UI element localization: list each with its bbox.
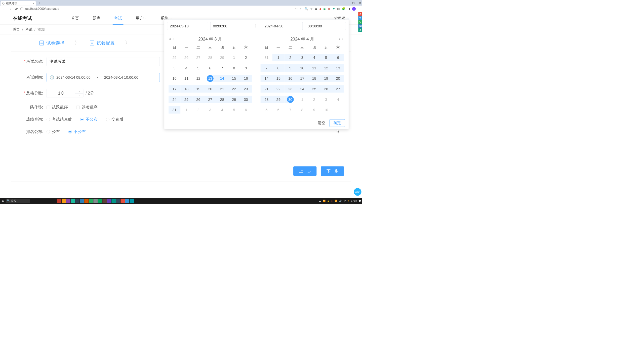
calendar-day[interactable]: 26 bbox=[192, 96, 204, 103]
calendar-day[interactable]: 15 bbox=[228, 75, 240, 82]
calendar-day[interactable]: 12 bbox=[320, 64, 332, 72]
result-after-submit-radio[interactable]: 交卷后 bbox=[106, 117, 123, 122]
calendar-day[interactable]: 2 bbox=[284, 54, 296, 61]
calendar-day[interactable]: 15 bbox=[272, 75, 284, 82]
ext6-icon[interactable]: ▤ bbox=[337, 7, 340, 11]
task-app14-icon[interactable] bbox=[125, 199, 129, 203]
stepper-down-icon[interactable]: ⌄ bbox=[75, 94, 83, 96]
extensions-icon[interactable]: 🧩 bbox=[342, 7, 345, 11]
ext1-icon[interactable]: ▣ bbox=[315, 7, 317, 11]
calendar-day[interactable]: 1 bbox=[296, 96, 308, 103]
ime-sidebar[interactable]: S 中 ✎ ⌨ ⚙ bbox=[358, 12, 362, 32]
tray-bat-icon[interactable]: ☀ bbox=[347, 199, 349, 202]
calendar-day[interactable]: 31 bbox=[261, 54, 272, 61]
taskbar-search[interactable]: 🔍 搜索 bbox=[6, 199, 30, 203]
calendar-day[interactable]: 6 bbox=[332, 54, 344, 61]
start-time-input[interactable]: 00:00:00 bbox=[210, 22, 251, 30]
calendar-day[interactable]: 23 bbox=[240, 85, 252, 93]
calendar-day[interactable]: 22 bbox=[272, 85, 284, 93]
calendar-day[interactable]: 21 bbox=[216, 85, 228, 93]
task-app3-icon[interactable] bbox=[71, 199, 75, 203]
task-app5-icon[interactable] bbox=[80, 199, 84, 203]
calendar-day[interactable]: 23 bbox=[284, 85, 296, 93]
prev-step-button[interactable]: 上一步 bbox=[293, 166, 316, 176]
menu-icon[interactable]: ⋮ bbox=[358, 7, 360, 11]
calendar-day[interactable]: 30 bbox=[284, 96, 296, 103]
nav-item-3[interactable]: 用户⌄ bbox=[131, 12, 152, 25]
side-panel-icon[interactable]: ◨ bbox=[347, 7, 350, 11]
task-app13-icon[interactable] bbox=[120, 199, 125, 203]
task-app12-icon[interactable] bbox=[116, 199, 120, 203]
bookmark-icon[interactable]: ☆ bbox=[310, 7, 313, 11]
task-app9-icon[interactable] bbox=[102, 199, 107, 203]
calendar-day[interactable]: 24 bbox=[296, 85, 308, 93]
stepper-up-icon[interactable]: ⌃ bbox=[75, 90, 83, 93]
calendar-day[interactable]: 5 bbox=[320, 54, 332, 61]
calendar-day[interactable]: 2 bbox=[308, 96, 320, 103]
ext5-icon[interactable]: ▼ bbox=[332, 7, 335, 11]
nav-item-2[interactable]: 考试 bbox=[109, 12, 127, 25]
calendar-day[interactable]: 1 bbox=[272, 54, 284, 61]
tray-up-icon[interactable]: ˄ bbox=[316, 199, 317, 202]
exam-name-input[interactable]: 测试考试 bbox=[47, 57, 160, 66]
tray-wifi-icon[interactable]: 📶 bbox=[335, 199, 337, 202]
ext4-icon[interactable]: ▦ bbox=[328, 7, 331, 11]
calendar-day[interactable]: 17 bbox=[169, 85, 180, 93]
translate-icon[interactable]: 🗚 bbox=[300, 7, 302, 11]
calendar-day[interactable]: 5 bbox=[192, 64, 204, 72]
calendar-day[interactable]: 10 bbox=[169, 75, 180, 82]
new-tab-button[interactable]: + bbox=[38, 1, 40, 5]
ime-tool-icon[interactable]: ✎ bbox=[358, 20, 362, 24]
calendar-day[interactable]: 18 bbox=[180, 85, 192, 93]
calendar-day[interactable]: 25 bbox=[180, 96, 192, 103]
step-paper-config[interactable]: 试卷配置 bbox=[90, 40, 115, 46]
calendar-day[interactable]: 28 bbox=[261, 96, 272, 103]
next-month-icon[interactable]: › bbox=[339, 37, 340, 41]
tray-warn-icon[interactable]: ▲ bbox=[327, 200, 330, 202]
calendar-day[interactable]: 2 bbox=[192, 106, 204, 113]
tray-ime-icon[interactable]: 中 bbox=[344, 199, 346, 202]
zoom-icon[interactable]: 🔍 bbox=[305, 7, 308, 11]
question-shuffle-checkbox[interactable]: 试题乱序 bbox=[47, 105, 68, 110]
task-app4-icon[interactable] bbox=[75, 199, 79, 203]
ext3-icon[interactable]: ◉ bbox=[323, 7, 326, 11]
calendar-day[interactable]: 25 bbox=[308, 85, 320, 93]
calendar-day[interactable]: 4 bbox=[332, 96, 344, 103]
calendar-day[interactable]: 13 bbox=[204, 75, 216, 82]
start-button[interactable]: ⊞ bbox=[1, 199, 5, 203]
task-app8-icon[interactable] bbox=[93, 199, 98, 203]
nav-item-0[interactable]: 首页 bbox=[66, 12, 84, 25]
calendar-day[interactable]: 7 bbox=[216, 64, 228, 72]
calendar-day[interactable]: 29 bbox=[272, 96, 284, 103]
calendar-day[interactable]: 19 bbox=[192, 85, 204, 93]
window-maximize-icon[interactable]: ▢ bbox=[352, 1, 355, 4]
calendar-day[interactable]: 3 bbox=[296, 54, 308, 61]
tray-sec-icon[interactable]: ◆ bbox=[331, 199, 333, 202]
address-bar[interactable]: i localhost:9000/exam/add bbox=[20, 7, 59, 11]
calendar-day[interactable]: 29 bbox=[228, 96, 240, 103]
calendar-day[interactable]: 2 bbox=[240, 54, 252, 61]
calendar-day[interactable]: 5 bbox=[228, 106, 240, 113]
browser-tab[interactable]: 在线考试 × bbox=[1, 1, 36, 6]
calendar-day[interactable]: 6 bbox=[240, 106, 252, 113]
nav-forward-icon[interactable]: → bbox=[8, 7, 12, 11]
calendar-day[interactable]: 30 bbox=[240, 96, 252, 103]
clear-button[interactable]: 清空 bbox=[318, 121, 325, 126]
breadcrumb-home[interactable]: 首页 bbox=[13, 27, 20, 32]
rank-unpublish-radio[interactable]: 不公布 bbox=[68, 129, 86, 134]
calendar-day[interactable]: 1 bbox=[228, 54, 240, 61]
calendar-day[interactable]: 20 bbox=[332, 75, 344, 82]
end-time-input[interactable]: 00:00:00 bbox=[305, 22, 346, 30]
calendar-day[interactable]: 11 bbox=[180, 75, 192, 82]
calendar-day[interactable]: 27 bbox=[192, 54, 204, 61]
next-step-button[interactable]: 下一步 bbox=[321, 166, 344, 176]
start-date-input[interactable]: 2024-03-13 bbox=[167, 22, 208, 30]
tab-close-icon[interactable]: × bbox=[33, 2, 34, 5]
ime-lang-icon[interactable]: 中 bbox=[358, 16, 362, 20]
site-info-icon[interactable]: i bbox=[20, 8, 23, 10]
system-tray[interactable]: ˄ ☁ 🛜 ▲ ◆ 📶 🔊 中 ☀ 17:24 💬 bbox=[316, 199, 361, 202]
calendar-day[interactable]: 18 bbox=[308, 75, 320, 82]
calendar-day[interactable]: 11 bbox=[308, 64, 320, 72]
key-icon[interactable]: ⊶ bbox=[295, 7, 298, 11]
calendar-day[interactable]: 29 bbox=[216, 54, 228, 61]
